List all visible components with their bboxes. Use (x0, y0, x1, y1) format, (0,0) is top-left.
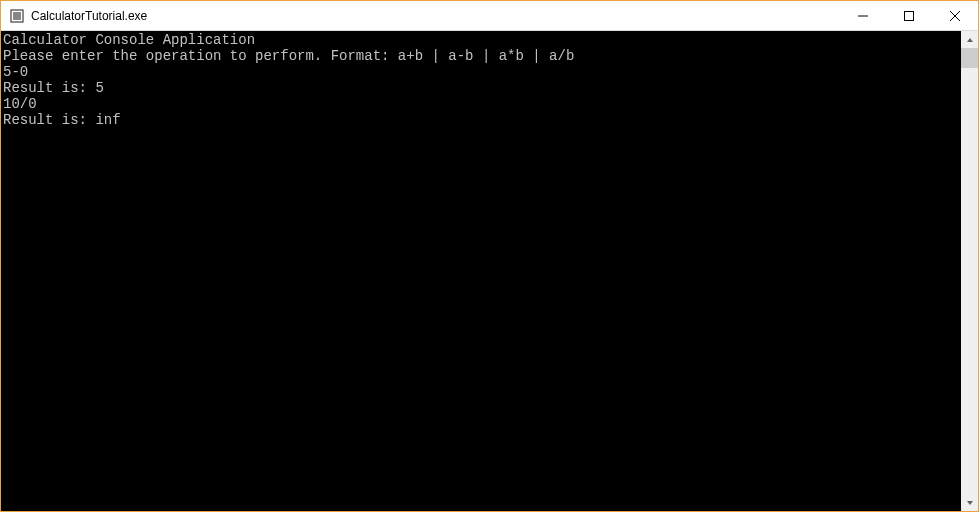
console-line: Result is: 5 (3, 80, 959, 96)
window-title: CalculatorTutorial.exe (31, 9, 840, 23)
console-line: 10/0 (3, 96, 959, 112)
console-output[interactable]: Calculator Console ApplicationPlease ent… (1, 31, 961, 511)
scroll-thumb[interactable] (961, 48, 978, 68)
scroll-up-button[interactable] (961, 31, 978, 48)
app-icon (9, 8, 25, 24)
maximize-button[interactable] (886, 1, 932, 30)
console-line: Calculator Console Application (3, 32, 959, 48)
scroll-track[interactable] (961, 48, 978, 494)
window-frame: CalculatorTutorial.exe Calculator Consol… (0, 0, 979, 512)
svg-rect-1 (13, 12, 21, 20)
console-line: 5-0 (3, 64, 959, 80)
svg-marker-7 (967, 501, 973, 505)
svg-rect-3 (905, 11, 914, 20)
svg-marker-6 (967, 38, 973, 42)
vertical-scrollbar[interactable] (961, 31, 978, 511)
close-button[interactable] (932, 1, 978, 30)
console-line: Result is: inf (3, 112, 959, 128)
client-area: Calculator Console ApplicationPlease ent… (1, 31, 978, 511)
minimize-button[interactable] (840, 1, 886, 30)
titlebar[interactable]: CalculatorTutorial.exe (1, 1, 978, 31)
window-controls (840, 1, 978, 30)
scroll-down-button[interactable] (961, 494, 978, 511)
console-line: Please enter the operation to perform. F… (3, 48, 959, 64)
